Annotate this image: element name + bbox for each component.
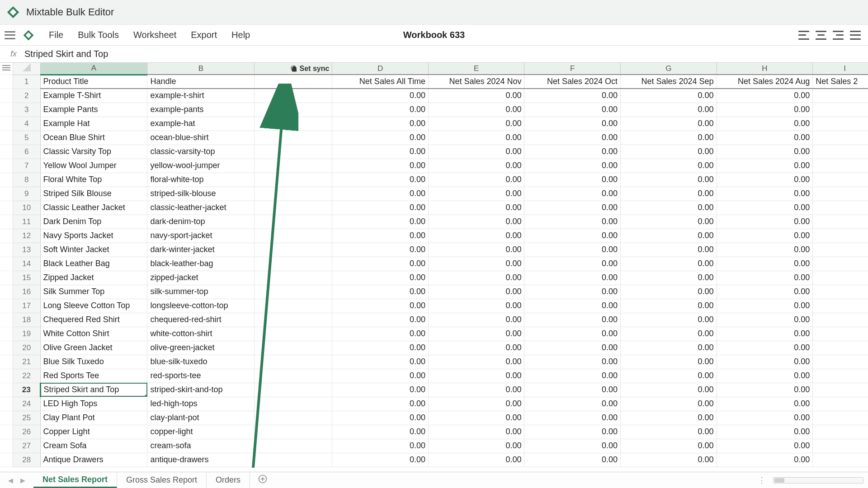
cell-net-nov[interactable]: 0.00 bbox=[428, 229, 524, 243]
cell-net-aug[interactable]: 0.00 bbox=[717, 439, 813, 453]
align-justify-icon[interactable] bbox=[850, 31, 861, 40]
cell-net-cutoff[interactable] bbox=[813, 425, 868, 439]
cell-handle[interactable]: classic-leather-jacket bbox=[147, 201, 255, 215]
cell-net-all-time[interactable]: 0.00 bbox=[332, 411, 429, 425]
cell-col-c[interactable] bbox=[255, 425, 332, 439]
cell-product-title[interactable]: White Cotton Shirt bbox=[40, 327, 147, 341]
cell-net-oct[interactable]: 0.00 bbox=[524, 215, 621, 229]
cell-net-all-time[interactable]: 0.00 bbox=[332, 299, 429, 313]
cell-net-oct[interactable]: 0.00 bbox=[524, 453, 621, 467]
cell-col-c[interactable] bbox=[255, 173, 332, 187]
cell-handle[interactable]: yellow-wool-jumper bbox=[147, 159, 255, 173]
cell-col-c[interactable] bbox=[255, 103, 332, 117]
cell-net-all-time[interactable]: 0.00 bbox=[332, 215, 429, 229]
cell-net-cutoff[interactable] bbox=[813, 383, 868, 397]
row-header[interactable]: 2 bbox=[13, 89, 40, 103]
cell-net-cutoff[interactable] bbox=[813, 131, 868, 145]
align-center-icon[interactable] bbox=[816, 31, 826, 40]
horizontal-scrollbar[interactable] bbox=[773, 477, 863, 483]
header-handle[interactable]: Handle bbox=[147, 75, 255, 89]
cell-net-oct[interactable]: 0.00 bbox=[524, 229, 621, 243]
cell-net-oct[interactable]: 0.00 bbox=[524, 131, 621, 145]
row-header[interactable]: 3 bbox=[13, 103, 40, 117]
cell-net-nov[interactable]: 0.00 bbox=[428, 313, 524, 327]
menu-file[interactable]: File bbox=[42, 27, 71, 43]
cell-net-sep[interactable]: 0.00 bbox=[621, 411, 717, 425]
cell-col-c[interactable] bbox=[255, 383, 332, 397]
cell-net-aug[interactable]: 0.00 bbox=[717, 243, 813, 257]
cell-net-nov[interactable]: 0.00 bbox=[428, 285, 524, 299]
cell-net-aug[interactable]: 0.00 bbox=[717, 453, 813, 467]
cell-net-cutoff[interactable] bbox=[813, 117, 868, 131]
cell-col-c[interactable] bbox=[255, 131, 332, 145]
cell-col-c[interactable] bbox=[255, 89, 332, 103]
cell-net-aug[interactable]: 0.00 bbox=[717, 411, 813, 425]
cell-product-title[interactable]: Silk Summer Top bbox=[40, 285, 147, 299]
cell-net-aug[interactable]: 0.00 bbox=[717, 89, 813, 103]
cell-net-sep[interactable]: 0.00 bbox=[621, 117, 717, 131]
cell-net-sep[interactable]: 0.00 bbox=[621, 187, 717, 201]
cell-net-all-time[interactable]: 0.00 bbox=[332, 397, 429, 411]
cell-net-aug[interactable]: 0.00 bbox=[717, 131, 813, 145]
cell-net-cutoff[interactable] bbox=[813, 341, 868, 355]
cell-col-c[interactable] bbox=[255, 285, 332, 299]
cell-handle[interactable]: striped-skirt-and-top bbox=[147, 383, 255, 397]
cell-net-all-time[interactable]: 0.00 bbox=[332, 103, 429, 117]
cell-net-all-time[interactable]: 0.00 bbox=[332, 187, 429, 201]
cell-net-aug[interactable]: 0.00 bbox=[717, 229, 813, 243]
row-header[interactable]: 21 bbox=[13, 355, 40, 369]
cell-net-nov[interactable]: 0.00 bbox=[428, 187, 524, 201]
col-header-I[interactable]: I bbox=[813, 63, 868, 75]
cell-product-title[interactable]: Dark Denim Top bbox=[40, 215, 147, 229]
cell-net-aug[interactable]: 0.00 bbox=[717, 103, 813, 117]
col-header-A[interactable]: A bbox=[40, 63, 147, 75]
col-header-F[interactable]: F bbox=[524, 63, 621, 75]
cell-net-all-time[interactable]: 0.00 bbox=[332, 341, 429, 355]
col-header-G[interactable]: G bbox=[621, 63, 717, 75]
cell-product-title[interactable]: Antique Drawers bbox=[40, 453, 147, 467]
cell-net-oct[interactable]: 0.00 bbox=[524, 201, 621, 215]
cell-net-oct[interactable]: 0.00 bbox=[524, 243, 621, 257]
cell-net-nov[interactable]: 0.00 bbox=[428, 453, 524, 467]
cell-net-aug[interactable]: 0.00 bbox=[717, 257, 813, 271]
cell-col-c[interactable] bbox=[255, 187, 332, 201]
cell-handle[interactable]: copper-light bbox=[147, 425, 255, 439]
cell-net-oct[interactable]: 0.00 bbox=[524, 313, 621, 327]
cell-net-all-time[interactable]: 0.00 bbox=[332, 327, 429, 341]
row-header[interactable]: 16 bbox=[13, 285, 40, 299]
cell-net-nov[interactable]: 0.00 bbox=[428, 299, 524, 313]
cell-net-sep[interactable]: 0.00 bbox=[621, 439, 717, 453]
workbook-title[interactable]: Workbook 633 bbox=[403, 30, 465, 40]
col-header-B[interactable]: B bbox=[147, 63, 255, 75]
cell-net-sep[interactable]: 0.00 bbox=[621, 131, 717, 145]
row-header[interactable]: 19 bbox=[13, 327, 40, 341]
cell-product-title[interactable]: Classic Leather Jacket bbox=[40, 201, 147, 215]
cell-col-c[interactable] bbox=[255, 327, 332, 341]
cell-net-aug[interactable]: 0.00 bbox=[717, 397, 813, 411]
col-header-D[interactable]: D bbox=[332, 63, 429, 75]
cell-net-oct[interactable]: 0.00 bbox=[524, 285, 621, 299]
cell-product-title[interactable]: Long Sleeve Cotton Top bbox=[40, 299, 147, 313]
col-header-C[interactable]: C Set sync bbox=[255, 63, 332, 75]
header-net-sales-aug[interactable]: Net Sales 2024 Aug bbox=[717, 75, 813, 89]
cell-net-cutoff[interactable] bbox=[813, 285, 868, 299]
cell-product-title[interactable]: Zipped Jacket bbox=[40, 271, 147, 285]
cell-net-oct[interactable]: 0.00 bbox=[524, 159, 621, 173]
cell-net-aug[interactable]: 0.00 bbox=[717, 173, 813, 187]
cell-net-cutoff[interactable] bbox=[813, 313, 868, 327]
cell-net-nov[interactable]: 0.00 bbox=[428, 215, 524, 229]
cell-handle[interactable]: striped-silk-blouse bbox=[147, 187, 255, 201]
cell-handle[interactable]: red-sports-tee bbox=[147, 369, 255, 383]
row-header-1[interactable]: 1 bbox=[13, 75, 40, 89]
cell-net-sep[interactable]: 0.00 bbox=[621, 103, 717, 117]
cell-net-oct[interactable]: 0.00 bbox=[524, 173, 621, 187]
select-all-corner[interactable] bbox=[13, 63, 40, 75]
cell-net-cutoff[interactable] bbox=[813, 397, 868, 411]
cell-handle[interactable]: example-pants bbox=[147, 103, 255, 117]
cell-col-c[interactable] bbox=[255, 299, 332, 313]
cell-net-all-time[interactable]: 0.00 bbox=[332, 229, 429, 243]
cell-net-nov[interactable]: 0.00 bbox=[428, 369, 524, 383]
cell-net-cutoff[interactable] bbox=[813, 103, 868, 117]
cell-net-sep[interactable]: 0.00 bbox=[621, 355, 717, 369]
cell-net-oct[interactable]: 0.00 bbox=[524, 89, 621, 103]
